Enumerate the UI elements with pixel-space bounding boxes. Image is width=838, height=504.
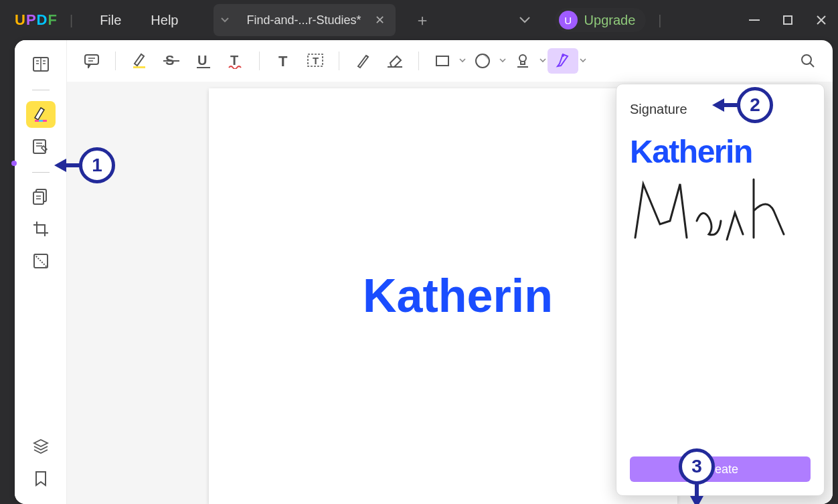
signature-icon <box>556 53 570 69</box>
create-signature-button[interactable]: Create <box>630 456 811 482</box>
title-bar: UPDF | File Help Find-and-...r-Studies* … <box>0 0 838 40</box>
highlighter-icon <box>33 106 48 122</box>
chevron-down-icon <box>221 17 229 23</box>
svg-line-25 <box>810 63 814 67</box>
maximize-button[interactable] <box>771 10 805 30</box>
arrow-left-icon <box>712 98 724 112</box>
toolbar-separator <box>115 52 116 70</box>
shape-dropdown[interactable] <box>427 48 466 74</box>
pencil-icon <box>355 53 370 69</box>
toolbar-separator <box>259 52 260 70</box>
sidebar-separator <box>32 90 50 90</box>
watermark-icon <box>33 253 49 269</box>
close-window-button[interactable] <box>805 10 838 30</box>
layers-icon <box>33 438 49 454</box>
divider: | <box>658 13 661 28</box>
search-button[interactable] <box>792 48 823 74</box>
upgrade-button[interactable]: U Upgrade <box>555 8 647 32</box>
avatar: U <box>559 11 578 29</box>
underline-button[interactable]: U <box>188 48 219 74</box>
highlight-icon <box>132 53 147 69</box>
text-icon: T <box>275 53 291 69</box>
upgrade-label: Upgrade <box>584 13 636 28</box>
sidebar-reader-button[interactable] <box>26 51 56 78</box>
chevron-down-icon <box>459 58 466 64</box>
stamp-dropdown[interactable] <box>507 48 546 74</box>
note-button[interactable] <box>76 48 107 74</box>
stamp-icon <box>515 53 531 69</box>
svg-text:T: T <box>278 53 288 69</box>
svg-text:T: T <box>230 53 238 68</box>
sidebar-edit-button[interactable] <box>26 133 56 160</box>
signature-sample-typed[interactable]: Katherin <box>630 133 811 170</box>
show-all-tabs-button[interactable] <box>515 12 535 28</box>
sidebar-bookmark-button[interactable] <box>26 465 56 492</box>
window-controls <box>738 10 838 30</box>
text-callout-button[interactable]: T <box>300 48 331 74</box>
sidebar-comment-button[interactable] <box>26 101 56 128</box>
minimize-icon <box>749 19 760 21</box>
rectangle-icon <box>435 54 450 68</box>
chevron-down-icon <box>519 16 531 24</box>
svg-point-24 <box>802 55 811 64</box>
step-callout-3: 3 <box>679 448 715 485</box>
chevron-down-icon <box>580 58 586 64</box>
squiggly-button[interactable]: T <box>220 48 251 74</box>
eraser-button[interactable] <box>380 48 410 74</box>
svg-rect-0 <box>749 19 760 21</box>
signature-panel: Signature Katherin Create <box>616 84 825 496</box>
highlight-button[interactable] <box>124 48 155 74</box>
tab-title: Find-and-...r-Studies* <box>247 13 361 27</box>
close-tab-button[interactable]: ✕ <box>372 10 388 30</box>
svg-rect-4 <box>39 120 43 122</box>
sidebar-separator <box>32 172 50 173</box>
tab-dropdown[interactable] <box>214 4 236 36</box>
menu-file[interactable]: File <box>85 13 136 28</box>
chevron-down-icon <box>539 58 546 64</box>
arrow-down-icon <box>690 496 703 504</box>
chevron-down-icon <box>499 58 506 64</box>
annotation-toolbar: S U T T T <box>67 40 833 82</box>
sidebar-watermark-button[interactable] <box>26 248 56 274</box>
svg-text:T: T <box>313 55 319 66</box>
svg-rect-20 <box>436 56 448 66</box>
pencil-button[interactable] <box>347 48 378 74</box>
minimize-button[interactable] <box>738 10 771 30</box>
pages-icon <box>33 189 49 205</box>
new-tab-button[interactable]: ＋ <box>410 5 434 35</box>
document-area: Katherin Signature Katherin Create <box>67 82 833 504</box>
close-icon <box>816 15 827 25</box>
document-tab[interactable]: Find-and-...r-Studies* ✕ <box>236 4 396 36</box>
eraser-icon <box>386 54 404 68</box>
svg-rect-7 <box>33 192 44 204</box>
tab-strip: Find-and-...r-Studies* ✕ ＋ <box>214 4 535 36</box>
svg-rect-9 <box>85 55 98 64</box>
toolbar-separator <box>418 52 419 70</box>
main-frame: S U T T T <box>15 40 833 504</box>
underline-icon: U <box>195 53 212 69</box>
step-callout-1: 1 <box>79 147 115 183</box>
menu-help[interactable]: Help <box>136 13 193 28</box>
sticker-dropdown[interactable] <box>467 48 506 74</box>
arrow-left-icon <box>54 159 66 172</box>
toolbar-separator <box>339 52 339 70</box>
signature-sample-handwritten[interactable] <box>630 174 811 241</box>
step-callout-2: 2 <box>737 87 773 123</box>
text-callout-icon: T <box>307 53 324 69</box>
svg-text:U: U <box>197 53 207 68</box>
signature-dropdown[interactable] <box>548 48 586 74</box>
svg-rect-1 <box>784 16 792 24</box>
textbox-button[interactable]: T <box>268 48 299 74</box>
search-icon <box>801 54 815 68</box>
maximize-icon <box>783 15 792 25</box>
svg-point-22 <box>519 55 526 62</box>
indicator-dot <box>11 161 17 166</box>
strikethrough-button[interactable]: S <box>156 48 187 74</box>
sidebar-pages-button[interactable] <box>26 183 56 210</box>
svg-point-23 <box>562 54 564 57</box>
pdf-page[interactable]: Katherin <box>209 88 677 504</box>
app-logo: UPDF <box>15 11 58 29</box>
sidebar-crop-button[interactable] <box>26 216 56 242</box>
page-signature-text: Katherin <box>363 269 553 323</box>
sidebar-layers-button[interactable] <box>26 433 56 460</box>
